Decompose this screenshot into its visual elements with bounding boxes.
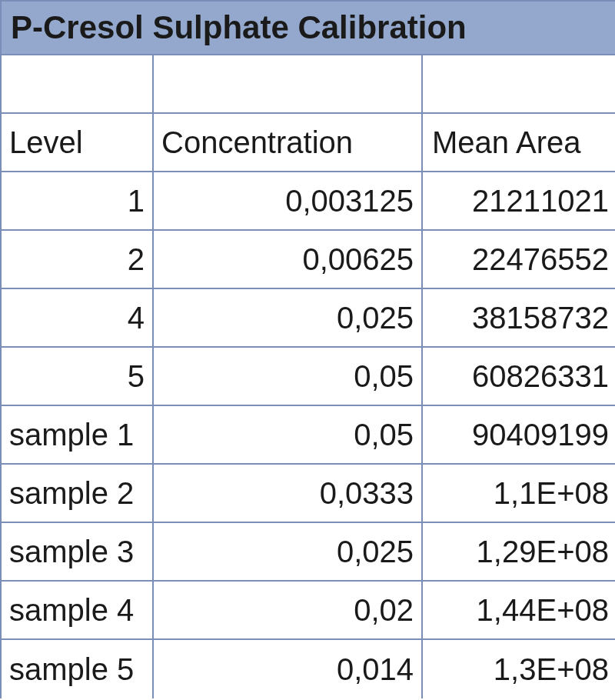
cell-concentration: 0,025: [154, 289, 423, 348]
cell-level: sample 3: [0, 523, 154, 582]
table-row: 20,0062522476552: [0, 231, 615, 289]
cell-level: 4: [0, 289, 154, 348]
table-row: 10,00312521211021: [0, 172, 615, 231]
cell-level: sample 5: [0, 640, 154, 698]
table-title: P-Cresol Sulphate Calibration: [11, 9, 467, 46]
table-row: 50,0560826331: [0, 348, 615, 406]
cell-level: 2: [0, 231, 154, 289]
cell-mean-area: 1,29E+08: [423, 523, 615, 582]
cell-mean-area: 38158732: [423, 289, 615, 348]
cell-mean-area: 1,44E+08: [423, 582, 615, 640]
cell-mean-area: 21211021: [423, 172, 615, 231]
cell-concentration: 0,00625: [154, 231, 423, 289]
spreadsheet-table: P-Cresol Sulphate Calibration Level Conc…: [0, 0, 615, 700]
cell-level: 1: [0, 172, 154, 231]
cell-concentration: 0,025: [154, 523, 423, 582]
cell-mean-area: 90409199: [423, 406, 615, 465]
table-row: sample 30,0251,29E+08: [0, 523, 615, 582]
table-row: sample 50,0141,3E+08: [0, 640, 615, 698]
header-mean-area: Mean Area: [423, 114, 615, 172]
header-level: Level: [0, 114, 154, 172]
cell-mean-area: 22476552: [423, 231, 615, 289]
blank-cell: [423, 55, 615, 114]
cell-level: sample 2: [0, 465, 154, 523]
cell-concentration: 0,0333: [154, 465, 423, 523]
blank-row: [0, 55, 615, 114]
cell-level: sample 1: [0, 406, 154, 465]
cell-level: sample 4: [0, 582, 154, 640]
table-row: sample 40,021,44E+08: [0, 582, 615, 640]
table-title-row: P-Cresol Sulphate Calibration: [0, 0, 615, 55]
cell-mean-area: 1,1E+08: [423, 465, 615, 523]
cell-mean-area: 1,3E+08: [423, 640, 615, 698]
cell-concentration: 0,05: [154, 348, 423, 406]
cell-concentration: 0,014: [154, 640, 423, 698]
table-row: sample 10,0590409199: [0, 406, 615, 465]
data-rows: 10,0031252121102120,006252247655240,0253…: [0, 172, 615, 698]
cell-level: 5: [0, 348, 154, 406]
blank-cell: [0, 55, 154, 114]
table-row: 40,02538158732: [0, 289, 615, 348]
cell-concentration: 0,003125: [154, 172, 423, 231]
header-row: Level Concentration Mean Area: [0, 114, 615, 172]
cell-mean-area: 60826331: [423, 348, 615, 406]
header-concentration: Concentration: [154, 114, 423, 172]
table-row: sample 20,03331,1E+08: [0, 465, 615, 523]
cell-concentration: 0,02: [154, 582, 423, 640]
cell-concentration: 0,05: [154, 406, 423, 465]
blank-cell: [154, 55, 423, 114]
